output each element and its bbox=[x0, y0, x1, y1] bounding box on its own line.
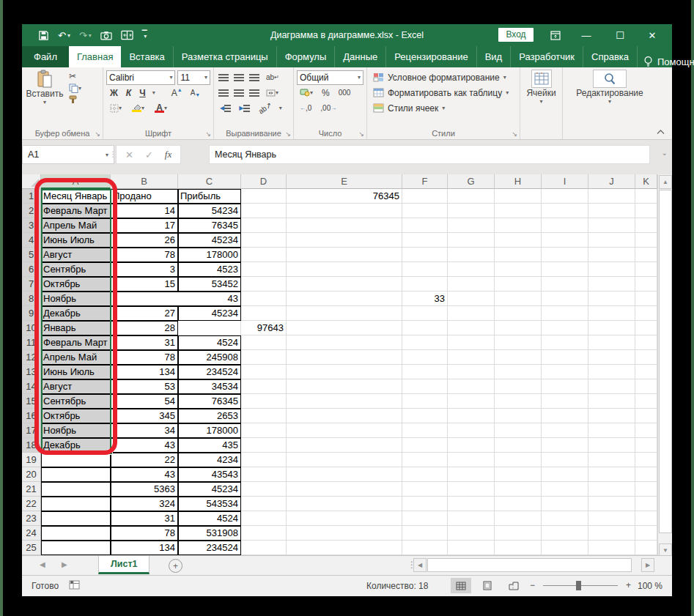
cell-J16[interactable] bbox=[588, 409, 635, 423]
cell-E6[interactable] bbox=[287, 262, 402, 277]
cell-B9[interactable]: 27 bbox=[111, 306, 178, 321]
page-break-view-icon[interactable] bbox=[503, 578, 524, 593]
cell-C23[interactable]: 4524 bbox=[178, 511, 241, 526]
cell-D10[interactable]: 97643 bbox=[241, 321, 287, 335]
cell-D21[interactable] bbox=[241, 482, 287, 497]
cell-I6[interactable] bbox=[542, 262, 588, 277]
cell-K24[interactable] bbox=[635, 526, 657, 541]
cell-K21[interactable] bbox=[635, 482, 657, 497]
scroll-down-icon[interactable]: ▼ bbox=[659, 543, 672, 555]
cell-H21[interactable] bbox=[495, 482, 542, 497]
cell-A4[interactable]: Июнь Июль bbox=[41, 233, 111, 248]
shrink-font-button[interactable]: А▼ bbox=[191, 88, 201, 97]
cell-B23[interactable]: 31 bbox=[111, 511, 178, 526]
cell-D14[interactable] bbox=[241, 379, 287, 394]
cell-J17[interactable] bbox=[588, 423, 635, 438]
cell-E10[interactable] bbox=[287, 321, 402, 335]
cell-G13[interactable] bbox=[448, 365, 495, 379]
vertical-scrollbar[interactable]: ▲ ▼ bbox=[657, 174, 672, 555]
cell-A25[interactable] bbox=[41, 541, 111, 555]
cell-H4[interactable] bbox=[495, 233, 542, 248]
cell-D13[interactable] bbox=[241, 365, 287, 379]
cell-J5[interactable] bbox=[588, 248, 635, 262]
cell-J25[interactable] bbox=[588, 541, 635, 555]
cell-D2[interactable] bbox=[241, 204, 287, 218]
orientation-icon[interactable]: ab↗ bbox=[257, 100, 273, 115]
cell-G20[interactable] bbox=[448, 467, 495, 482]
cell-H14[interactable] bbox=[495, 379, 542, 394]
cell-F12[interactable] bbox=[402, 350, 448, 365]
cell-C19[interactable]: 4234 bbox=[178, 453, 241, 467]
cell-J21[interactable] bbox=[588, 482, 635, 497]
cell-F14[interactable] bbox=[402, 379, 448, 394]
cell-E18[interactable] bbox=[287, 438, 402, 453]
cell-J3[interactable] bbox=[588, 218, 635, 233]
name-box-dropdown-icon[interactable]: ▾ bbox=[106, 152, 108, 158]
row-header-7[interactable]: 7 bbox=[22, 277, 41, 292]
cell-E21[interactable] bbox=[287, 482, 402, 497]
cell-K14[interactable] bbox=[635, 379, 657, 394]
cell-F10[interactable] bbox=[402, 321, 448, 335]
editing-button[interactable]: Редактирование ▾ bbox=[569, 70, 650, 127]
row-header-24[interactable]: 24 bbox=[22, 526, 41, 541]
cell-F2[interactable] bbox=[402, 204, 448, 218]
cell-A3[interactable]: Апрель Май bbox=[41, 218, 111, 233]
row-header-25[interactable]: 25 bbox=[22, 541, 41, 555]
comma-style-button[interactable]: 000 bbox=[339, 89, 351, 97]
cell-E22[interactable] bbox=[287, 497, 402, 511]
cell-J24[interactable] bbox=[588, 526, 635, 541]
cell-B12[interactable]: 78 bbox=[111, 350, 178, 365]
cell-C4[interactable]: 45234 bbox=[178, 233, 241, 248]
cell-C2[interactable]: 54234 bbox=[178, 204, 241, 218]
cell-J4[interactable] bbox=[588, 233, 635, 248]
cell-D6[interactable] bbox=[241, 262, 287, 277]
cell-I14[interactable] bbox=[542, 379, 588, 394]
column-header-A[interactable]: A bbox=[41, 174, 111, 189]
cell-C7[interactable]: 53452 bbox=[178, 277, 241, 292]
row-header-23[interactable]: 23 bbox=[22, 511, 41, 526]
cell-B6[interactable]: 3 bbox=[111, 262, 178, 277]
cell-F19[interactable] bbox=[402, 453, 448, 467]
cell-G2[interactable] bbox=[448, 204, 495, 218]
cell-E16[interactable] bbox=[287, 409, 402, 423]
cell-G16[interactable] bbox=[448, 409, 495, 423]
cell-I3[interactable] bbox=[542, 218, 588, 233]
ribbon-tab-3[interactable]: Разметка страницы bbox=[174, 46, 277, 67]
cell-K3[interactable] bbox=[635, 218, 657, 233]
wrap-text-icon[interactable]: ab↵ bbox=[266, 73, 279, 81]
merge-center-icon[interactable]: ▾ bbox=[266, 89, 278, 97]
cell-D24[interactable] bbox=[241, 526, 287, 541]
cell-J13[interactable] bbox=[588, 365, 635, 379]
cell-B18[interactable]: 43 bbox=[111, 438, 178, 453]
borders-button[interactable]: ▾ bbox=[110, 104, 122, 113]
column-header-F[interactable]: F bbox=[402, 174, 448, 189]
row-header-11[interactable]: 11 bbox=[22, 335, 41, 350]
cell-B4[interactable]: 26 bbox=[111, 233, 178, 248]
cell-F16[interactable] bbox=[402, 409, 448, 423]
row-header-18[interactable]: 18 bbox=[22, 438, 41, 453]
cell-K9[interactable] bbox=[635, 306, 657, 321]
cell-E20[interactable] bbox=[287, 467, 402, 482]
row-header-15[interactable]: 15 bbox=[22, 394, 41, 409]
paste-button[interactable]: Вставить ▾ bbox=[25, 70, 64, 127]
cell-I4[interactable] bbox=[542, 233, 588, 248]
cell-E25[interactable] bbox=[287, 541, 402, 555]
cell-I5[interactable] bbox=[542, 248, 588, 262]
cell-C1[interactable]: Прибыль bbox=[178, 189, 241, 204]
cell-E2[interactable] bbox=[287, 204, 402, 218]
cell-J20[interactable] bbox=[588, 467, 635, 482]
cell-C25[interactable]: 234524 bbox=[178, 541, 241, 555]
column-header-B[interactable]: B bbox=[111, 174, 178, 189]
cell-H23[interactable] bbox=[495, 511, 542, 526]
cell-F22[interactable] bbox=[402, 497, 448, 511]
cell-J10[interactable] bbox=[588, 321, 635, 335]
next-sheet-icon[interactable]: ▶ bbox=[62, 560, 67, 568]
cell-F23[interactable] bbox=[402, 511, 448, 526]
row-header-14[interactable]: 14 bbox=[22, 379, 41, 394]
cell-F3[interactable] bbox=[402, 218, 448, 233]
cell-G8[interactable] bbox=[448, 292, 495, 306]
column-header-K[interactable]: K bbox=[635, 174, 657, 189]
cell-D25[interactable] bbox=[241, 541, 287, 555]
cell-I12[interactable] bbox=[542, 350, 588, 365]
column-header-J[interactable]: J bbox=[588, 174, 635, 189]
